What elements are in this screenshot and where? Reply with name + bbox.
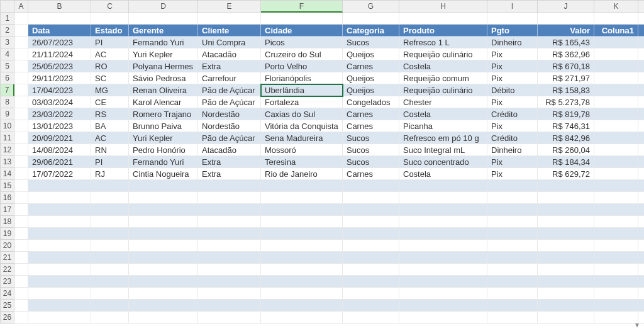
cell-I14[interactable]: Pix	[487, 168, 538, 180]
cell-A24[interactable]	[14, 288, 28, 300]
cell-K4[interactable]	[594, 48, 638, 60]
cell-G12[interactable]: Sucos	[343, 144, 399, 156]
cell-J4[interactable]: R$ 362,96	[538, 48, 594, 60]
cell-D16[interactable]	[129, 192, 198, 204]
cell-I7[interactable]: Débito	[487, 84, 538, 96]
cell-C11[interactable]: AC	[91, 132, 129, 144]
cell-A20[interactable]	[14, 240, 28, 252]
cell-K22[interactable]	[594, 264, 638, 276]
cell-K25[interactable]	[594, 300, 638, 312]
cell-B25[interactable]	[28, 300, 91, 312]
cell-J18[interactable]	[538, 216, 594, 228]
cell-E23[interactable]	[198, 276, 261, 288]
cell-F16[interactable]	[261, 192, 343, 204]
cell-A13[interactable]	[14, 156, 28, 168]
row-header-12[interactable]: 12	[1, 144, 14, 156]
cell-F1[interactable]	[261, 13, 343, 25]
row-header-3[interactable]: 3	[1, 37, 14, 48]
cell-E13[interactable]: Extra	[198, 156, 261, 168]
cell-I1[interactable]	[487, 13, 538, 25]
cell-F7[interactable]: Uberlândia	[261, 84, 343, 96]
cell-H25[interactable]	[399, 300, 487, 312]
row-header-1[interactable]: 1	[1, 13, 14, 25]
cell-L24[interactable]	[638, 288, 644, 300]
cell-H1[interactable]	[399, 13, 487, 25]
cell-H17[interactable]	[399, 204, 487, 216]
cell-E8[interactable]: Pão de Açúcar	[198, 96, 261, 108]
row-header-21[interactable]: 21	[1, 252, 14, 264]
cell-A19[interactable]	[14, 228, 28, 240]
cell-L17[interactable]	[638, 204, 644, 216]
cell-B17[interactable]	[28, 204, 91, 216]
cell-H22[interactable]	[399, 264, 487, 276]
col-header-I[interactable]: I	[487, 1, 538, 13]
cell-H26[interactable]	[399, 312, 487, 324]
cell-C14[interactable]: RJ	[91, 168, 129, 180]
col-header-H[interactable]: H	[399, 1, 487, 13]
cell-H14[interactable]: Costela	[399, 168, 487, 180]
cell-G10[interactable]: Carnes	[343, 120, 399, 132]
cell-L16[interactable]	[638, 192, 644, 204]
cell-F19[interactable]	[261, 228, 343, 240]
cell-I17[interactable]	[487, 204, 538, 216]
cell-H15[interactable]	[399, 180, 487, 192]
col-header-D[interactable]: D	[129, 1, 198, 13]
cell-K8[interactable]	[594, 96, 638, 108]
cell-I3[interactable]: Dinheiro	[487, 37, 538, 48]
col-header-E[interactable]: E	[198, 1, 261, 13]
cell-J19[interactable]	[538, 228, 594, 240]
cell-A5[interactable]	[14, 60, 28, 72]
cell-F9[interactable]: Caxias do Sul	[261, 108, 343, 120]
cell-K24[interactable]	[594, 288, 638, 300]
cell-G1[interactable]	[343, 13, 399, 25]
row-header-6[interactable]: 6	[1, 72, 14, 84]
cell-J17[interactable]	[538, 204, 594, 216]
row-header-2[interactable]: 2	[1, 25, 14, 37]
spreadsheet-grid[interactable]: ABCDEFGHIJKL12DataEstadoGerenteClienteCi…	[0, 0, 644, 324]
cell-I6[interactable]: Pix	[487, 72, 538, 84]
cell-F4[interactable]: Cruzeiro do Sul	[261, 48, 343, 60]
cell-B23[interactable]	[28, 276, 91, 288]
cell-G4[interactable]: Queijos	[343, 48, 399, 60]
cell-G18[interactable]	[343, 216, 399, 228]
cell-C26[interactable]	[91, 312, 129, 324]
cell-G5[interactable]: Carnes	[343, 60, 399, 72]
cell-C16[interactable]	[91, 192, 129, 204]
cell-J15[interactable]	[538, 180, 594, 192]
cell-A21[interactable]	[14, 252, 28, 264]
cell-A3[interactable]	[14, 37, 28, 48]
cell-B20[interactable]	[28, 240, 91, 252]
cell-C17[interactable]	[91, 204, 129, 216]
cell-F14[interactable]: Rio de Janeiro	[261, 168, 343, 180]
cell-H20[interactable]	[399, 240, 487, 252]
cell-F21[interactable]	[261, 252, 343, 264]
cell-J26[interactable]	[538, 312, 594, 324]
cell-F10[interactable]: Vitória da Conquista	[261, 120, 343, 132]
cell-D21[interactable]	[129, 252, 198, 264]
cell-E7[interactable]: Pão de Açúcar	[198, 84, 261, 96]
cell-H7[interactable]: Requeijão culinário	[399, 84, 487, 96]
cell-A6[interactable]	[14, 72, 28, 84]
cell-A11[interactable]	[14, 132, 28, 144]
cell-G8[interactable]: Congelados	[343, 96, 399, 108]
cell-G19[interactable]	[343, 228, 399, 240]
cell-B6[interactable]: 29/11/2023	[28, 72, 91, 84]
cell-H19[interactable]	[399, 228, 487, 240]
cell-C13[interactable]: PI	[91, 156, 129, 168]
cell-B24[interactable]	[28, 288, 91, 300]
row-header-25[interactable]: 25	[1, 300, 14, 312]
row-header-16[interactable]: 16	[1, 192, 14, 204]
cell-E17[interactable]	[198, 204, 261, 216]
cell-G9[interactable]: Carnes	[343, 108, 399, 120]
cell-D8[interactable]: Karol Alencar	[129, 96, 198, 108]
cell-C5[interactable]: RO	[91, 60, 129, 72]
col-header-B[interactable]: B	[28, 1, 91, 13]
cell-L14[interactable]	[638, 168, 644, 180]
cell-G13[interactable]: Sucos	[343, 156, 399, 168]
cell-H3[interactable]: Refresco 1 L	[399, 37, 487, 48]
cell-L1[interactable]	[638, 13, 644, 25]
cell-I23[interactable]	[487, 276, 538, 288]
cell-A9[interactable]	[14, 108, 28, 120]
cell-L12[interactable]	[638, 144, 644, 156]
cell-A26[interactable]	[14, 312, 28, 324]
